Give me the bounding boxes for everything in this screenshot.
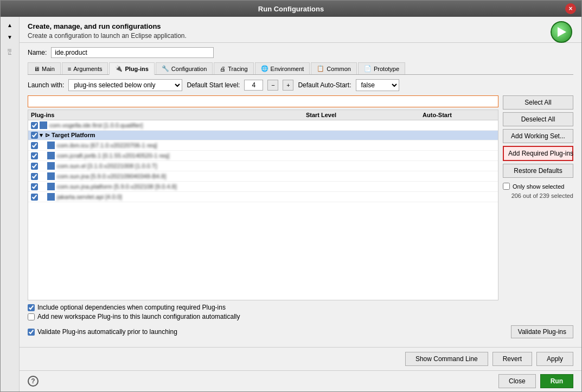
main-tab-icon: 🖥 <box>34 66 40 72</box>
validate-label: Validate Plug-ins automatically prior to… <box>37 328 177 336</box>
revert-button[interactable]: Revert <box>493 352 532 366</box>
tab-arguments[interactable]: ≡ Arguments <box>62 62 108 74</box>
group-arrow-icon: ▾ <box>40 132 43 139</box>
plugin-icon <box>40 121 47 129</box>
plugin-name: com.sun.jna.platform [5.9.0.v202108 [9.0… <box>57 183 495 190</box>
tab-arguments-label: Arguments <box>73 66 102 72</box>
tab-main[interactable]: 🖥 Main <box>28 62 61 74</box>
plugin-name: com.vogella.ide.first [1.0.0.qualifier] <box>49 122 495 128</box>
tab-common[interactable]: 📋 Common <box>311 62 357 74</box>
add-workspace-checkbox[interactable] <box>28 313 35 320</box>
plugin-name: com.sun.el [3.1.0.v20221008 [1.0.0.T] <box>57 163 495 169</box>
table-row-group: ▾ ⊳ Target Platform <box>28 131 498 140</box>
header-subtitle: Create a configuration to launch an Ecli… <box>28 32 573 40</box>
only-show-checkbox[interactable] <box>503 183 510 190</box>
table-row: com.sun.jna.platform [5.9.0.v202108 [9.0… <box>28 182 498 192</box>
plugin-name: com.jcraft.jortb.1 [0.1.55.v20140520-1 r… <box>57 152 495 159</box>
add-working-set-button[interactable]: Add Working Set... <box>503 129 573 143</box>
checkbox-row-include-optional: Include optional dependencies when compu… <box>28 304 573 311</box>
tab-main-label: Main <box>42 66 55 72</box>
plugin-checkbox[interactable] <box>31 132 38 139</box>
start-level-decrement[interactable]: − <box>267 80 278 91</box>
common-tab-icon: 📋 <box>317 65 324 72</box>
tab-configuration[interactable]: 🔧 Configuration <box>156 62 213 74</box>
tab-environment-label: Environment <box>271 66 304 72</box>
title-bar: Run Configurations × <box>1 1 581 17</box>
only-show-row: Only show selected <box>503 183 573 190</box>
tracing-tab-icon: 🖨 <box>220 66 226 72</box>
plugin-icon <box>47 193 55 201</box>
tab-prototype[interactable]: 📄 Prototype <box>358 62 405 74</box>
add-required-plugins-button[interactable]: Add Required Plug-ins <box>503 146 573 161</box>
plugin-checkbox[interactable] <box>31 142 38 149</box>
plugin-icon <box>47 162 55 170</box>
validate-plugins-button[interactable]: Validate Plug-ins <box>511 325 573 338</box>
header-section: Create, manage, and run configurations C… <box>20 17 581 43</box>
include-optional-label: Include optional dependencies when compu… <box>37 304 226 311</box>
run-button[interactable]: Run <box>540 374 573 388</box>
bottom-checkboxes: Include optional dependencies when compu… <box>28 304 573 322</box>
include-optional-checkbox[interactable] <box>28 304 35 311</box>
table-row: com.ibm.icu [67.1.0.v20220706-1 req] <box>28 140 498 151</box>
content-area: ▲ ▼ Fill Create, manage, and run configu… <box>1 17 581 391</box>
selected-count: 206 out of 239 selected <box>503 192 573 199</box>
right-buttons: Select All Deselect All Add Working Set.… <box>503 95 573 300</box>
plugins-area: Plug-ins Start Level Auto-Start com.voge… <box>28 95 573 300</box>
validate-checkbox[interactable] <box>28 329 35 336</box>
plugin-checkbox[interactable] <box>31 152 38 159</box>
checkbox-row-add-workspace: Add new workspace Plug-ins to this launc… <box>28 313 573 320</box>
plugin-checkbox[interactable] <box>31 183 38 190</box>
search-input[interactable] <box>28 95 498 107</box>
start-level-input[interactable] <box>244 80 263 91</box>
plugin-name: com.sun.jna [5.9.0.v202109040348-B4.8] <box>57 173 495 179</box>
tab-prototype-label: Prototype <box>374 66 399 72</box>
help-button[interactable]: ? <box>28 376 39 387</box>
autostart-label: Default Auto-Start: <box>298 81 351 89</box>
tab-tracing-label: Tracing <box>228 66 247 72</box>
close-dialog-button[interactable]: × <box>565 3 576 14</box>
name-label: Name: <box>28 49 47 56</box>
plugin-checkbox[interactable] <box>31 163 38 170</box>
name-input[interactable] <box>51 47 214 58</box>
run-configurations-dialog: Run Configurations × ▲ ▼ Fill Create, ma… <box>0 0 582 392</box>
fill-label: Fill <box>7 49 12 55</box>
deselect-all-button[interactable]: Deselect All <box>503 112 573 126</box>
table-row: com.jcraft.jortb.1 [0.1.55.v20140520-1 r… <box>28 151 498 161</box>
tab-common-label: Common <box>327 66 351 72</box>
plugin-checkbox[interactable] <box>31 122 38 129</box>
name-row: Name: <box>28 47 573 58</box>
run-launch-button[interactable] <box>549 20 573 44</box>
plugin-icon <box>47 142 55 149</box>
search-and-list: Plug-ins Start Level Auto-Start com.voge… <box>28 95 498 300</box>
start-level-increment[interactable]: + <box>283 80 293 91</box>
tab-environment[interactable]: 🌐 Environment <box>255 62 310 74</box>
launch-with-label: Launch with: <box>28 81 64 89</box>
tab-plugins[interactable]: 🔌 Plug-ins <box>109 62 154 75</box>
validate-left: Validate Plug-ins automatically prior to… <box>28 328 177 336</box>
nav-arrow-up[interactable]: ▲ <box>3 20 17 30</box>
table-header: Plug-ins Start Level Auto-Start <box>28 110 498 120</box>
group-name: ⊳ Target Platform <box>45 132 495 139</box>
tab-plugins-label: Plug-ins <box>125 66 148 72</box>
plugin-checkbox[interactable] <box>31 173 38 180</box>
autostart-select[interactable]: false <box>356 79 399 91</box>
close-button[interactable]: Close <box>498 374 536 388</box>
launch-with-select[interactable]: plug-ins selected below only <box>68 79 182 91</box>
show-command-line-button[interactable]: Show Command Line <box>405 352 488 366</box>
select-all-button[interactable]: Select All <box>503 95 573 110</box>
table-row: com.vogella.ide.first [1.0.0.qualifier] <box>28 120 498 131</box>
restore-defaults-button[interactable]: Restore Defaults <box>503 164 573 178</box>
nav-arrow-down[interactable]: ▼ <box>3 31 17 42</box>
dialog-buttons: Close Run <box>498 374 573 388</box>
plugin-icon <box>47 172 55 180</box>
configuration-tab-icon: 🔧 <box>162 65 169 72</box>
plugin-name: com.ibm.icu [67.1.0.v20220706-1 req] <box>57 142 495 149</box>
plugins-tab-icon: 🔌 <box>115 65 123 72</box>
dialog-title: Run Configurations <box>17 5 565 13</box>
arguments-tab-icon: ≡ <box>68 66 71 72</box>
header-title: Create, manage, and run configurations <box>28 22 573 30</box>
validate-row: Validate Plug-ins automatically prior to… <box>28 325 573 338</box>
plugin-checkbox[interactable] <box>31 194 38 201</box>
apply-button[interactable]: Apply <box>536 352 573 366</box>
tab-tracing[interactable]: 🖨 Tracing <box>214 62 253 74</box>
